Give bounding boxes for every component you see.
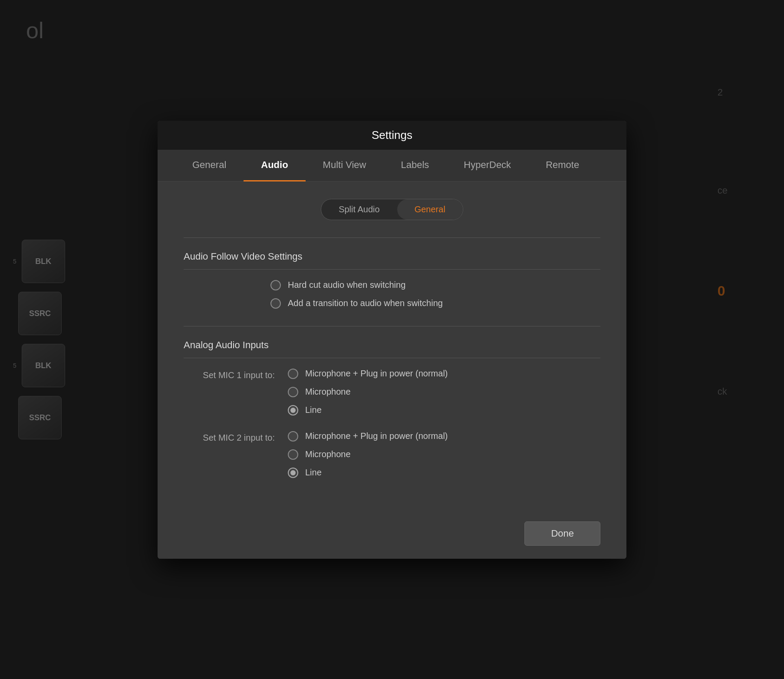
analog-audio-inputs-section: Analog Audio Inputs Set MIC 1 input to: … [184, 340, 600, 478]
sub-tab-group: Split Audio General [321, 199, 463, 220]
radio-circle-transition [270, 298, 281, 309]
tab-hyperdeck[interactable]: HyperDeck [446, 150, 528, 181]
mic1-label: Set MIC 1 input to: [184, 369, 288, 380]
mic2-line-option[interactable]: Line [288, 468, 448, 478]
mic1-mic-circle [288, 387, 298, 397]
mic2-label: Set MIC 2 input to: [184, 431, 288, 443]
mic2-line-circle [288, 468, 298, 478]
done-button[interactable]: Done [524, 521, 600, 546]
dialog-footer: Done [158, 513, 626, 559]
mic1-line-circle [288, 405, 298, 415]
dialog-titlebar: Settings [158, 121, 626, 150]
radio-transition[interactable]: Add a transition to audio when switching [270, 298, 600, 309]
mic1-mic-label: Microphone [305, 387, 351, 397]
audio-follow-radio-group: Hard cut audio when switching Add a tran… [184, 280, 600, 309]
mic2-line-label: Line [305, 468, 322, 478]
mic2-mic-option[interactable]: Microphone [288, 449, 448, 460]
mic1-mic-option[interactable]: Microphone [288, 387, 448, 397]
radio-circle-hardcut [270, 280, 281, 290]
analog-inputs-title: Analog Audio Inputs [184, 340, 600, 358]
sub-tabs: Split Audio General [184, 199, 600, 220]
mic1-plug-option[interactable]: Microphone + Plug in power (normal) [288, 369, 448, 379]
modal-overlay: Settings General Audio Multi View Labels… [0, 0, 784, 679]
dialog-body: Split Audio General Audio Follow Video S… [158, 181, 626, 513]
subtab-splitaudio[interactable]: Split Audio [321, 199, 397, 220]
tab-general[interactable]: General [175, 150, 244, 181]
app-background: ol 5 BLK SSRC 5 BLK SSRC 2 ce 0 ck [0, 0, 784, 679]
radio-hardcut[interactable]: Hard cut audio when switching [270, 280, 600, 290]
mic2-mic-label: Microphone [305, 449, 351, 459]
tab-labels[interactable]: Labels [383, 150, 446, 181]
mic2-options: Microphone + Plug in power (normal) Micr… [288, 431, 448, 478]
audio-follow-video-section: Audio Follow Video Settings Hard cut aud… [184, 251, 600, 309]
mic1-options: Microphone + Plug in power (normal) Micr… [288, 369, 448, 415]
radio-label-transition: Add a transition to audio when switching [288, 298, 443, 308]
mic2-plug-label: Microphone + Plug in power (normal) [305, 431, 448, 441]
tab-multiview[interactable]: Multi View [306, 150, 384, 181]
mic1-line-label: Line [305, 405, 322, 415]
mic1-plug-label: Microphone + Plug in power (normal) [305, 369, 448, 379]
tab-audio[interactable]: Audio [244, 150, 305, 181]
mic1-row: Set MIC 1 input to: Microphone + Plug in… [184, 369, 600, 415]
mic2-plug-circle [288, 431, 298, 442]
section-divider-mid [184, 326, 600, 326]
mic2-mic-circle [288, 449, 298, 460]
radio-label-hardcut: Hard cut audio when switching [288, 280, 405, 290]
tab-remote[interactable]: Remote [528, 150, 596, 181]
mic1-plug-circle [288, 369, 298, 379]
mic2-plug-option[interactable]: Microphone + Plug in power (normal) [288, 431, 448, 442]
subtab-general[interactable]: General [397, 199, 463, 220]
settings-dialog: Settings General Audio Multi View Labels… [158, 121, 626, 559]
mic1-line-option[interactable]: Line [288, 405, 448, 415]
section-divider-top [184, 237, 600, 238]
dialog-title: Settings [372, 129, 412, 142]
audio-follow-video-title: Audio Follow Video Settings [184, 251, 600, 270]
tabs-bar: General Audio Multi View Labels HyperDec… [158, 150, 626, 181]
mic2-row: Set MIC 2 input to: Microphone + Plug in… [184, 431, 600, 478]
